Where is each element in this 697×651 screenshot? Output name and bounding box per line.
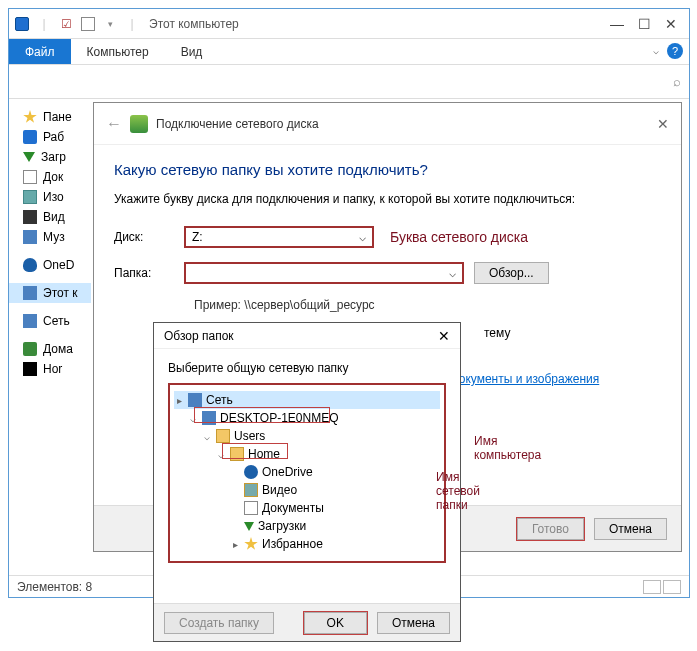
- folder-label: Папка:: [114, 266, 174, 280]
- sidebar-item-music[interactable]: Муз: [23, 227, 91, 247]
- browse-close-icon[interactable]: ✕: [438, 328, 450, 344]
- titlebar: | ☑ ▾ | Этот компьютер — ☐ ✕: [9, 9, 689, 39]
- sidebar-item-videos[interactable]: Вид: [23, 207, 91, 227]
- wizard-title: Подключение сетевого диска: [156, 117, 319, 131]
- drive-annotation: Буква сетевого диска: [390, 229, 528, 245]
- sidebar-item-desktop[interactable]: Раб: [23, 127, 91, 147]
- tab-file[interactable]: Файл: [9, 39, 71, 64]
- close-button[interactable]: ✕: [665, 16, 677, 32]
- quick-access-toolbar: | ☑ ▾ |: [13, 15, 141, 33]
- sidebar-item-onedrive[interactable]: OneD: [23, 255, 91, 275]
- drive-select[interactable]: Z:: [184, 226, 374, 248]
- ok-button[interactable]: OK: [304, 612, 367, 634]
- doc-icon[interactable]: [79, 15, 97, 33]
- done-button[interactable]: Готово: [517, 518, 584, 540]
- minimize-button[interactable]: —: [610, 16, 624, 32]
- wizard-subheading: Укажите букву диска для подключения и па…: [114, 192, 661, 206]
- browse-title: Обзор папок: [164, 329, 234, 343]
- browse-footer: Создать папку OK Отмена: [154, 603, 460, 641]
- sidebar-item-pictures[interactable]: Изо: [23, 187, 91, 207]
- sidebar-item-thispc[interactable]: Этот к: [9, 283, 91, 303]
- sidebar-item-quick[interactable]: Пане: [23, 107, 91, 127]
- wizard-cancel-button[interactable]: Отмена: [594, 518, 667, 540]
- address-bar: ⌕: [9, 65, 689, 99]
- tree-documents[interactable]: Документы: [174, 499, 440, 517]
- tree-computer[interactable]: ⌵DESKTOP-1E0NMEQ: [174, 409, 440, 427]
- window-title: Этот компьютер: [149, 17, 239, 31]
- reconnect-partial: тему: [484, 326, 661, 340]
- drive-label: Диск:: [114, 230, 174, 244]
- tree-users[interactable]: ⌵Users: [174, 427, 440, 445]
- tree-downloads[interactable]: Загрузки: [174, 517, 440, 535]
- new-folder-button[interactable]: Создать папку: [164, 612, 274, 634]
- sidebar-item-downloads[interactable]: Загр: [23, 147, 91, 167]
- browse-folder-dialog: Обзор папок ✕ Выберите общую сетевую пап…: [153, 322, 461, 642]
- qat-sep: |: [35, 15, 53, 33]
- computer-annotation: Имя компьютера: [474, 434, 541, 462]
- tab-computer[interactable]: Компьютер: [71, 39, 165, 64]
- maximize-button[interactable]: ☐: [638, 16, 651, 32]
- browse-cancel-button[interactable]: Отмена: [377, 612, 450, 634]
- tab-view[interactable]: Вид: [165, 39, 219, 64]
- wizard-titlebar: ← Подключение сетевого диска ✕: [94, 103, 681, 145]
- tree-onedrive[interactable]: OneDrive: [174, 463, 440, 481]
- ribbon-collapse-icon[interactable]: ⌵: [653, 45, 659, 56]
- ribbon-tabs: Файл Компьютер Вид ⌵ ?: [9, 39, 689, 65]
- status-text: Элементов: 8: [17, 580, 92, 594]
- browse-titlebar: Обзор папок ✕: [154, 323, 460, 349]
- qat-dropdown-icon[interactable]: ▾: [101, 15, 119, 33]
- view-details-icon[interactable]: [643, 580, 661, 594]
- view-large-icon[interactable]: [663, 580, 681, 594]
- wizard-heading: Какую сетевую папку вы хотите подключить…: [114, 161, 661, 178]
- wizard-close-icon[interactable]: ✕: [657, 116, 669, 132]
- sidebar-item-hor[interactable]: Hor: [23, 359, 91, 379]
- sidebar-item-homegroup[interactable]: Дома: [23, 339, 91, 359]
- browse-button[interactable]: Обзор...: [474, 262, 549, 284]
- folder-input[interactable]: [184, 262, 464, 284]
- qat-sep2: |: [123, 15, 141, 33]
- help-icon[interactable]: ?: [667, 43, 683, 59]
- sidebar-item-network[interactable]: Сеть: [23, 311, 91, 331]
- network-drive-icon: [130, 115, 148, 133]
- browse-subtitle: Выберите общую сетевую папку: [154, 349, 460, 383]
- sidebar: Пане Раб Загр Док Изо Вид Муз OneD Этот …: [9, 99, 91, 575]
- tree-favorites[interactable]: ▸Избранное: [174, 535, 440, 553]
- search-icon[interactable]: ⌕: [655, 71, 681, 93]
- folder-annotation: Имя сетевой папки: [436, 470, 480, 512]
- tree-video[interactable]: Видео: [174, 481, 440, 499]
- tree-home[interactable]: ⌵Home: [174, 445, 440, 463]
- wizard-back-icon[interactable]: ←: [106, 115, 122, 133]
- pc-icon: [13, 15, 31, 33]
- properties-icon[interactable]: ☑: [57, 15, 75, 33]
- folder-example: Пример: \\сервер\общий_ресурс: [194, 298, 661, 312]
- sidebar-item-documents[interactable]: Док: [23, 167, 91, 187]
- folder-tree[interactable]: ▸Сеть ⌵DESKTOP-1E0NMEQ ⌵Users ⌵Home OneD…: [168, 383, 446, 563]
- tree-network[interactable]: ▸Сеть: [174, 391, 440, 409]
